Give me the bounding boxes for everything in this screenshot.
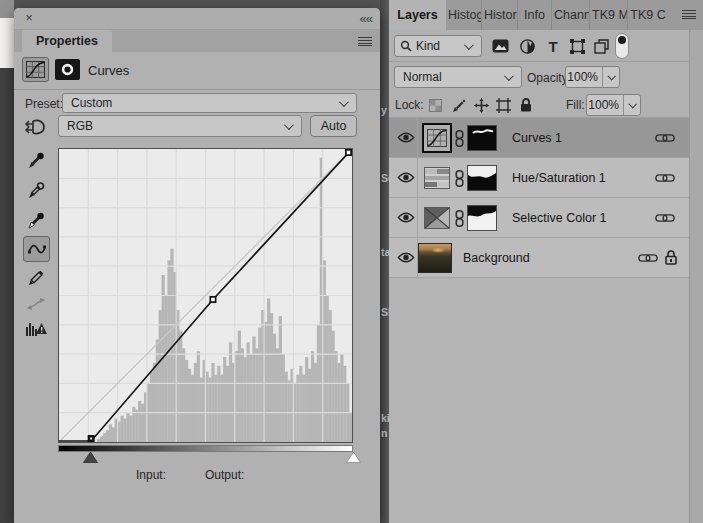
layer-lock-icon[interactable] [665, 250, 677, 265]
black-point-slider[interactable] [83, 452, 98, 463]
toggle-dot [618, 36, 626, 44]
tab-properties[interactable]: Properties [22, 30, 112, 52]
edit-points-tool-button[interactable] [23, 236, 50, 262]
blend-mode-select[interactable]: Normal [394, 66, 522, 88]
clip-to-layer-icon[interactable] [23, 115, 47, 139]
left-strip-segment [0, 0, 14, 18]
hue-saturation-layer-thumbnail[interactable] [424, 167, 450, 189]
input-label: Input: [136, 468, 166, 482]
curves-grid-icon [26, 61, 45, 78]
layer-name[interactable]: Curves 1 [512, 131, 562, 145]
gray-point-eyedropper[interactable] [23, 178, 49, 202]
curves-plot[interactable] [58, 148, 353, 443]
filter-type-layers-icon[interactable]: T [542, 35, 564, 57]
histogram-warning-icon[interactable] [23, 316, 49, 340]
filter-adjustment-layers-icon[interactable] [516, 35, 538, 57]
curves-layer-thumbnail[interactable] [422, 123, 452, 153]
link-icon[interactable] [655, 172, 675, 184]
layer-filter-row: Kind T [389, 30, 703, 62]
layer-row-hue-saturation-1[interactable]: Hue/Saturation 1 [389, 158, 689, 198]
filter-shape-layers-icon[interactable] [566, 35, 588, 57]
chevron-down-icon[interactable] [624, 95, 640, 115]
mask-link-icon[interactable] [455, 170, 464, 187]
workspace-left-strip [0, 0, 14, 523]
tonal-gradient-bar [58, 445, 353, 452]
black-point-eyedropper[interactable] [23, 148, 49, 172]
opacity-input[interactable]: 100% [565, 66, 620, 88]
link-icon[interactable] [655, 132, 675, 144]
filter-kind-select[interactable]: Kind [394, 35, 482, 57]
visibility-eye-icon[interactable] [397, 131, 415, 144]
layer-name[interactable]: Selective Color 1 [512, 211, 607, 225]
filter-smart-objects-icon[interactable] [590, 35, 612, 57]
tab-histogram[interactable]: Histog [446, 0, 482, 30]
tab-layers[interactable]: Layers [389, 0, 446, 30]
layer-mask-thumbnail[interactable] [467, 125, 497, 151]
layers-panel: Layers Histog Histor Info Chann TK9 M TK… [389, 0, 703, 523]
lock-artboard-icon[interactable] [493, 95, 513, 115]
properties-titlebar[interactable]: × «« [14, 8, 380, 30]
close-icon[interactable]: × [22, 11, 36, 25]
layer-row-selective-color-1[interactable]: Selective Color 1 [389, 198, 689, 238]
lock-label: Lock: [395, 98, 424, 112]
lock-image-pixels-icon[interactable] [449, 95, 469, 115]
hidden-panel-text-fragment: n [381, 427, 387, 439]
collapse-panel-icon[interactable]: «« [360, 11, 372, 26]
lock-position-icon[interactable] [471, 95, 491, 115]
layers-panel-menu-icon[interactable] [682, 10, 696, 19]
divider [417, 158, 418, 197]
white-point-slider[interactable] [346, 452, 361, 463]
curves-grid-icon [427, 129, 447, 147]
clip-icon-glyph [23, 115, 47, 139]
panel-menu-icon[interactable] [358, 37, 372, 46]
selective-color-layer-thumbnail[interactable] [424, 207, 450, 229]
chevron-down-icon [504, 71, 514, 81]
tab-history[interactable]: Histor [482, 0, 518, 30]
mask-link-icon[interactable] [455, 130, 464, 147]
chevron-down-icon[interactable] [603, 67, 619, 87]
lock-transparency-icon[interactable] [425, 95, 445, 115]
layer-row-background[interactable]: Background [389, 238, 689, 278]
layer-name[interactable]: Hue/Saturation 1 [512, 171, 606, 185]
panel-gap-strip: y Sc ta Sl ki n [380, 0, 389, 523]
chevron-down-icon [339, 97, 349, 107]
filter-toggle-switch[interactable] [615, 33, 629, 59]
white-point-eyedropper[interactable] [23, 208, 49, 232]
tab-tk9-c[interactable]: TK9 C [628, 0, 668, 30]
mask-circle-icon [61, 63, 74, 76]
auto-button[interactable]: Auto [310, 115, 357, 137]
preset-value: Custom [63, 96, 339, 110]
fill-input[interactable]: 100% [586, 94, 641, 116]
channel-select[interactable]: RGB [58, 115, 302, 137]
curve-wave-icon [28, 243, 46, 255]
fill-value: 100% [587, 98, 623, 112]
visibility-eye-icon[interactable] [397, 171, 415, 184]
layer-mask-thumbnail[interactable] [467, 205, 497, 231]
layer-row-curves-1[interactable]: Curves 1 [389, 118, 689, 158]
mask-link-icon[interactable] [455, 210, 464, 227]
visibility-eye-icon[interactable] [397, 251, 415, 264]
lock-all-icon[interactable] [516, 95, 536, 115]
filter-pixel-layers-icon[interactable] [489, 35, 511, 57]
curves-adjustment-icon-button[interactable] [22, 57, 49, 82]
pencil-tool[interactable] [23, 266, 49, 290]
blend-row: Normal Opacity: 100% [389, 62, 703, 92]
preset-select[interactable]: Custom [62, 93, 357, 113]
tab-tk9-m[interactable]: TK9 M [590, 0, 628, 30]
layer-mask-thumbnail[interactable] [467, 165, 497, 191]
layer-name[interactable]: Background [463, 251, 530, 265]
link-icon[interactable] [638, 252, 658, 264]
background-image-thumbnail[interactable] [418, 243, 452, 273]
link-icon[interactable] [655, 212, 675, 224]
channel-value: RGB [59, 119, 284, 133]
tab-info[interactable]: Info [518, 0, 552, 30]
tab-channels[interactable]: Chann [552, 0, 590, 30]
visibility-eye-icon[interactable] [397, 211, 415, 224]
layer-mask-icon[interactable] [55, 59, 80, 80]
output-label: Output: [205, 468, 244, 482]
chevron-down-icon [464, 40, 474, 50]
fill-label: Fill: [566, 98, 585, 112]
lock-row: Lock: Fill: 100% [389, 92, 703, 118]
properties-window: × «« Properties Curves Preset: Custom [14, 8, 380, 523]
divider [14, 89, 380, 90]
